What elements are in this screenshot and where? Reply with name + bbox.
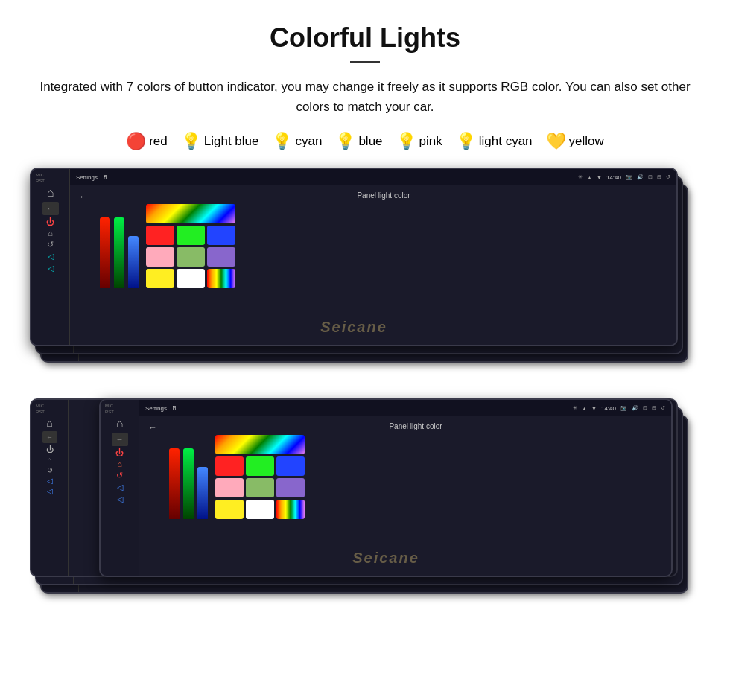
color-blue: 💡 blue (335, 132, 382, 151)
swatch-yellow[interactable] (146, 269, 174, 288)
top-device-group: MICRST ⌂ ← ⏻ ⌂ ↺ ◁ ◁ MICRST ⌂ ← ⏻ (30, 168, 700, 376)
swatch-blue[interactable] (207, 226, 235, 245)
swatch-purple-bottom[interactable] (276, 478, 305, 497)
color-yellow-label: yellow (569, 134, 604, 149)
side-panel-top: MICRST ⌂ ← ⏻ ⌂ ↺ ◁ ◁ (31, 169, 70, 345)
vol-icon: 🔊 (637, 174, 644, 180)
side-panel-bottom: MICRST ⌂ ← ⏻ ⌂ ↺ ◁ ◁ (101, 400, 139, 576)
split-icon: ⊟ (657, 174, 661, 180)
color-pink-label: pink (419, 134, 442, 149)
color-swatches (146, 204, 235, 288)
swatch-pink[interactable] (146, 247, 174, 267)
split-icon-bottom: ⊟ (652, 405, 656, 411)
wifi-icon: ▲ (587, 175, 592, 180)
vol-icon-bottom: 🔊 (632, 405, 638, 411)
bar-blue-bottom[interactable] (197, 467, 208, 519)
bar-red-bottom[interactable] (169, 448, 180, 519)
mic-rst-label: MICRST (33, 173, 45, 183)
vol-up-bottom-icon: ◁ (117, 494, 123, 504)
description-text: Integrated with 7 colors of button indic… (30, 77, 700, 117)
power-bottom-icon: ⏻ (115, 448, 124, 457)
rainbow-swatch-bottom[interactable] (215, 435, 305, 454)
bulb-blue-icon: 💡 (335, 132, 355, 151)
color-red: 🔴 red (126, 132, 168, 151)
title-divider (350, 61, 380, 63)
bulb-pink-icon: 💡 (396, 132, 416, 151)
swatch-pink-bottom[interactable] (215, 478, 244, 497)
bottom-device-group: MICRST ⌂ ← ⏻ ⌂ ↺ ◁ ◁ MICRST ⌂ ← ⏻ (30, 398, 700, 607)
swatch-rainbow2-bottom[interactable] (276, 500, 305, 519)
color-light-cyan: 💡 light cyan (456, 132, 533, 151)
watermark-top: Seicane (320, 319, 387, 336)
back-arrow-bottom: ← (148, 422, 157, 433)
panel-settings-bottom: Panel light color (169, 422, 662, 519)
back2-bottom-icon: ↺ (116, 471, 123, 480)
mic-rst-bottom: MICRST (102, 404, 114, 414)
signal-icon: ▼ (597, 175, 602, 180)
swatch-purple[interactable] (207, 247, 235, 267)
left-nav-bottom: ← (148, 422, 157, 433)
swatch-blue-bottom[interactable] (276, 456, 305, 476)
camera-icon-bottom: 📷 (620, 405, 627, 411)
rainbow-swatch[interactable] (146, 204, 235, 223)
home-icon: ⌂ (47, 186, 54, 200)
tune-icon: 🎚 (102, 174, 108, 181)
bar-red[interactable] (100, 217, 110, 288)
back-arrow-btn[interactable]: ← (42, 202, 59, 215)
fullscreen-icon: ⊡ (648, 174, 653, 180)
nav-icon: ↺ (666, 174, 670, 180)
color-controls (100, 204, 667, 288)
swatch-white[interactable] (177, 269, 205, 288)
home2-bottom-icon: ⌂ (117, 459, 122, 468)
settings-title: Settings (76, 174, 98, 181)
color-bars-bottom (169, 445, 208, 519)
topbar-bottom: Settings 🎚 ✳ ▲ ▼ 14:40 📷 🔊 ⊡ ⊟ ↺ (139, 400, 671, 416)
swatch-red-bottom[interactable] (215, 456, 244, 476)
panel-light-label: Panel light color (100, 191, 667, 200)
swatch-rainbow2[interactable] (207, 269, 235, 288)
color-light-blue: 💡 Light blue (181, 132, 259, 151)
swatch-green[interactable] (177, 226, 205, 245)
settings-title-bottom: Settings (145, 405, 167, 412)
color-cyan-label: cyan (295, 134, 322, 149)
bulb-light-blue-icon: 💡 (181, 132, 201, 151)
color-swatches-bottom (215, 435, 305, 519)
swatch-olive-bottom[interactable] (246, 478, 274, 497)
bulb-red-icon: 🔴 (126, 132, 146, 151)
swatch-red[interactable] (146, 226, 174, 245)
power-icon: ⏻ (46, 217, 54, 226)
color-controls-bottom (169, 435, 662, 519)
fullscreen-icon-bottom: ⊡ (643, 405, 647, 411)
swatch-green-bottom[interactable] (246, 456, 274, 476)
swatch-white-bottom[interactable] (246, 500, 274, 519)
swatch-yellow-bottom[interactable] (215, 500, 244, 519)
page-title: Colorful Lights (30, 22, 700, 54)
camera-icon: 📷 (626, 174, 632, 180)
color-bars (100, 214, 139, 288)
signal-icon-bottom: ▼ (591, 406, 597, 411)
bar-green[interactable] (114, 217, 124, 288)
left-nav: ← (79, 191, 88, 202)
color-blue-label: blue (358, 134, 382, 149)
swatch-olive[interactable] (177, 247, 205, 267)
back-btn-bottom[interactable]: ← (112, 433, 128, 446)
color-pink: 💡 pink (396, 132, 442, 151)
bt-icon: ✳ (578, 174, 583, 180)
watermark-bottom: Seicane (352, 550, 419, 567)
topbar: Settings 🎚 ✳ ▲ ▼ 14:40 📷 🔊 ⊡ ⊟ ↺ (70, 169, 676, 185)
bar-green-bottom[interactable] (183, 448, 194, 519)
topbar-time-bottom: 14:40 (601, 405, 616, 412)
bar-blue[interactable] (128, 236, 139, 288)
bulb-cyan-icon: 💡 (272, 132, 292, 151)
page-container: Colorful Lights Integrated with 7 colors… (0, 0, 730, 629)
color-light-cyan-label: light cyan (479, 134, 533, 149)
bt-icon-bottom: ✳ (573, 405, 577, 411)
bulb-light-cyan-icon: 💡 (456, 132, 476, 151)
back-icon: ↺ (47, 240, 54, 249)
vol-up-icon: ◁ (48, 264, 54, 273)
device-front-bottom: MICRST ⌂ ← ⏻ ⌂ ↺ ◁ ◁ Settings 🎚 (99, 398, 673, 577)
home2-icon: ⌂ (48, 229, 53, 238)
back-arrow: ← (79, 191, 88, 202)
panel-light-label-bottom: Panel light color (169, 422, 662, 430)
vol-down-icon: ◁ (48, 252, 54, 261)
